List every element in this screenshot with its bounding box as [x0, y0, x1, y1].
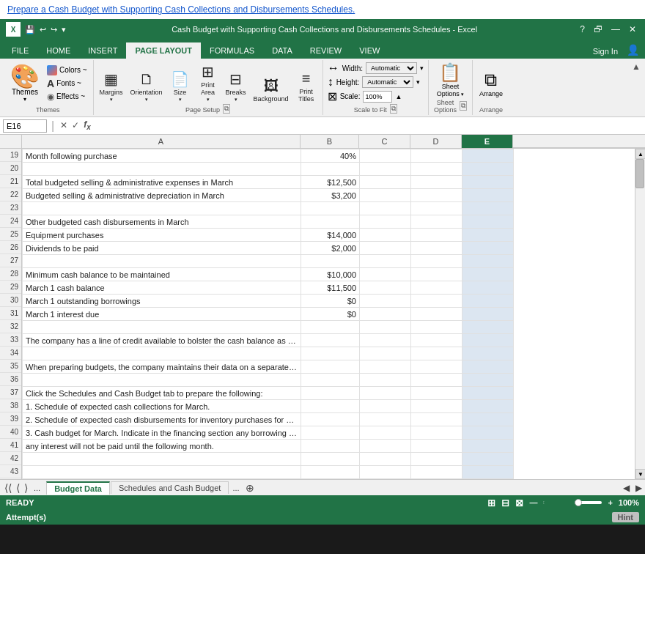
cell-26-D[interactable] — [411, 242, 462, 255]
cell-22-E[interactable] — [462, 189, 514, 202]
tab-add-btn[interactable]: ⊕ — [243, 482, 257, 494]
cell-40-A[interactable]: 3. Cash budget for March. Indicate in th… — [23, 426, 301, 440]
cell-23-A[interactable] — [23, 202, 301, 215]
sheet-options-dialog-icon[interactable]: ⧉ — [460, 101, 467, 111]
table-row-21[interactable]: Total budgeted selling & administrative … — [23, 176, 635, 189]
cell-27-B[interactable] — [301, 255, 360, 268]
zoom-slider[interactable] — [543, 501, 602, 504]
cell-37-A[interactable]: Click the Schedules and Cash Budget tab … — [23, 387, 301, 400]
cell-41-D[interactable] — [411, 440, 462, 453]
cell-35-E[interactable] — [462, 360, 514, 374]
cell-19-C[interactable] — [360, 149, 411, 163]
table-row-40[interactable]: 3. Cash budget for March. Indicate in th… — [23, 426, 635, 440]
cell-24-D[interactable] — [411, 215, 462, 229]
table-row-26[interactable]: Dividends to be paid$2,000 — [23, 242, 635, 255]
breaks-button[interactable]: ⊟ Breaks ▾ — [223, 69, 249, 104]
tab-more-ellipsis[interactable]: ... — [229, 484, 242, 492]
width-select[interactable]: Automatic 12 — [366, 62, 417, 74]
table-row-41[interactable]: any interest will not be paid until the … — [23, 440, 635, 453]
orientation-button[interactable]: 🗋 Orientation ▾ — [128, 70, 166, 104]
cell-26-C[interactable] — [360, 242, 411, 255]
cell-21-A[interactable]: Total budgeted selling & administrative … — [23, 176, 301, 189]
cell-33-A[interactable]: The company has a line of credit availab… — [23, 334, 301, 347]
cell-43-E[interactable] — [462, 466, 514, 479]
cell-39-B[interactable] — [301, 413, 360, 426]
cell-36-C[interactable] — [360, 374, 411, 387]
table-row-30[interactable]: March 1 outstanding borrowings$0 — [23, 295, 635, 308]
tab-ellipsis[interactable]: ... — [31, 484, 43, 492]
grid-view-icon[interactable]: ⊞ — [487, 497, 495, 508]
formula-function-icon[interactable]: fx — [82, 119, 92, 131]
cell-33-C[interactable] — [360, 334, 411, 347]
table-row-29[interactable]: March 1 cash balance$11,500 — [23, 281, 635, 295]
restore-icon[interactable]: 🗗 — [591, 24, 605, 34]
cell-21-C[interactable] — [360, 176, 411, 189]
cell-32-A[interactable] — [23, 321, 301, 334]
effects-button[interactable]: ◉ Effects ~ — [45, 91, 89, 103]
cell-27-A[interactable] — [23, 255, 301, 268]
background-button[interactable]: 🖼 Background — [251, 76, 292, 104]
zoom-minus[interactable]: — — [529, 498, 537, 507]
arrange-btn[interactable]: Arrange — [479, 90, 503, 97]
cell-35-B[interactable] — [301, 360, 360, 374]
tab-first-btn[interactable]: ⟨⟨ — [3, 482, 13, 494]
cell-38-C[interactable] — [360, 400, 411, 413]
width-arrow[interactable]: ▾ — [420, 64, 424, 72]
table-row-27[interactable] — [23, 255, 635, 268]
sheet-tab-schedules[interactable]: Schedules and Cash Budget — [111, 481, 229, 494]
sheet-tab-budget-data[interactable]: Budget Data — [46, 481, 110, 495]
cell-40-D[interactable] — [411, 426, 462, 440]
tab-data[interactable]: DATA — [263, 42, 301, 59]
cell-reference-box[interactable]: E16 — [3, 119, 47, 133]
help-icon[interactable]: ? — [577, 24, 588, 34]
scroll-down-btn[interactable]: ▼ — [635, 469, 645, 479]
cell-43-B[interactable] — [301, 466, 360, 479]
cell-21-D[interactable] — [411, 176, 462, 189]
cell-24-A[interactable]: Other budgeted cash disbursements in Mar… — [23, 215, 301, 229]
tab-page-layout[interactable]: PAGE LAYOUT — [126, 42, 201, 59]
cell-39-C[interactable] — [360, 413, 411, 426]
cell-25-D[interactable] — [411, 229, 462, 242]
cell-34-B[interactable] — [301, 347, 360, 360]
grid-area[interactable]: Month following purchase40%Total budgete… — [22, 149, 635, 479]
page-setup-dialog-icon[interactable]: ⧉ — [223, 104, 230, 114]
cell-28-A[interactable]: Minimum cash balance to be maintained — [23, 268, 301, 281]
cell-37-C[interactable] — [360, 387, 411, 400]
cell-32-C[interactable] — [360, 321, 411, 334]
col-header-e[interactable]: E — [462, 135, 513, 148]
cell-22-B[interactable]: $3,200 — [301, 189, 360, 202]
tab-home[interactable]: HOME — [37, 42, 79, 59]
cell-27-D[interactable] — [411, 255, 462, 268]
cell-34-D[interactable] — [411, 347, 462, 360]
cell-38-B[interactable] — [301, 400, 360, 413]
cell-28-B[interactable]: $10,000 — [301, 268, 360, 281]
cell-34-A[interactable] — [23, 347, 301, 360]
table-row-33[interactable]: The company has a line of credit availab… — [23, 334, 635, 347]
table-row-25[interactable]: Equipment purchases$14,000 — [23, 229, 635, 242]
tab-insert[interactable]: INSERT — [79, 42, 126, 59]
cell-19-E[interactable] — [462, 149, 514, 163]
cell-30-B[interactable]: $0 — [301, 295, 360, 308]
cell-28-D[interactable] — [411, 268, 462, 281]
formula-input[interactable] — [95, 122, 642, 130]
table-row-36[interactable] — [23, 374, 635, 387]
cell-31-A[interactable]: March 1 interest due — [23, 308, 301, 321]
minimize-icon[interactable]: — — [608, 24, 623, 34]
cell-22-C[interactable] — [360, 189, 411, 202]
table-row-28[interactable]: Minimum cash balance to be maintained$10… — [23, 268, 635, 281]
cell-41-A[interactable]: any interest will not be paid until the … — [23, 440, 301, 453]
redo-icon[interactable]: ↪ — [51, 25, 57, 34]
cell-41-E[interactable] — [462, 440, 514, 453]
cell-33-B[interactable] — [301, 334, 360, 347]
cell-19-B[interactable]: 40% — [301, 149, 360, 163]
cell-25-E[interactable] — [462, 229, 514, 242]
cell-34-E[interactable] — [462, 347, 514, 360]
cell-42-E[interactable] — [462, 453, 514, 466]
cell-32-D[interactable] — [411, 321, 462, 334]
cell-24-B[interactable] — [301, 215, 360, 229]
table-row-32[interactable] — [23, 321, 635, 334]
cell-36-D[interactable] — [411, 374, 462, 387]
tab-file[interactable]: FILE — [3, 42, 37, 59]
col-header-b[interactable]: B — [301, 135, 359, 148]
cell-41-C[interactable] — [360, 440, 411, 453]
